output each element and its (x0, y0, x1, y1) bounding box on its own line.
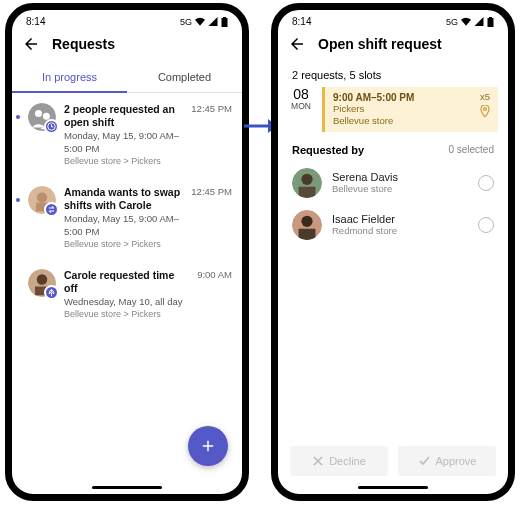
request-item[interactable]: 2 people requested an open shift Monday,… (12, 93, 242, 176)
plus-icon (199, 437, 217, 455)
close-icon (312, 455, 324, 467)
svg-rect-0 (222, 18, 228, 27)
request-time: 12:45 PM (191, 186, 232, 249)
home-indicator (92, 486, 162, 489)
clock-badge-icon (44, 119, 59, 134)
header: Open shift request (278, 29, 508, 63)
avatar (28, 186, 56, 214)
shift-team: Pickers (333, 103, 490, 115)
svg-rect-18 (299, 187, 316, 198)
person-name: Isaac Fielder (332, 213, 468, 225)
wifi-icon (195, 17, 205, 26)
svg-point-17 (301, 173, 312, 184)
tab-in-progress[interactable]: In progress (12, 63, 127, 92)
selected-count: 0 selected (448, 144, 494, 156)
request-item[interactable]: Amanda wants to swap shifts with Carole … (12, 176, 242, 259)
svg-point-7 (37, 192, 48, 203)
requested-by-label: Requested by (292, 144, 364, 156)
request-meta: Bellevue store > Pickers (64, 239, 183, 249)
wifi-icon (461, 17, 471, 26)
person-store: Bellevue store (332, 183, 468, 194)
status-icons: 5G (180, 17, 228, 27)
requested-by-header: Requested by 0 selected (278, 142, 508, 162)
svg-rect-1 (223, 17, 226, 19)
request-subtitle: Monday, May 15, 9:00 AM–5:00 PM (64, 130, 183, 155)
request-title: Amanda wants to swap shifts with Carole (64, 186, 183, 212)
status-icons: 5G (446, 17, 494, 27)
shift-date: 08 MON (288, 87, 314, 132)
avatar (28, 269, 56, 297)
phone-open-shift-request: 8:14 5G Open shift request 2 requests, 5… (271, 3, 515, 501)
tabs: In progress Completed (12, 63, 242, 93)
battery-icon (221, 17, 228, 27)
approve-button[interactable]: Approve (398, 446, 496, 476)
request-list: 2 people requested an open shift Monday,… (12, 93, 242, 329)
select-radio[interactable] (478, 175, 494, 191)
request-time: 12:45 PM (191, 103, 232, 166)
avatar (28, 103, 56, 131)
signal-icon (208, 17, 218, 26)
shift-card[interactable]: 9:00 AM–5:00 PM Pickers Bellevue store x… (322, 87, 498, 132)
request-meta: Bellevue store > Pickers (64, 309, 189, 319)
home-indicator (358, 486, 428, 489)
shift-time: 9:00 AM–5:00 PM (333, 92, 490, 103)
header: Requests (12, 29, 242, 63)
fab-add-button[interactable] (188, 426, 228, 466)
svg-rect-21 (299, 229, 316, 240)
back-icon[interactable] (22, 35, 40, 53)
svg-rect-14 (489, 17, 492, 19)
page-title: Open shift request (318, 36, 442, 52)
battery-icon (487, 17, 494, 27)
unread-dot (16, 281, 20, 285)
requester-row[interactable]: Serena Davis Bellevue store (278, 162, 508, 204)
decline-button[interactable]: Decline (290, 446, 388, 476)
shift-row: 08 MON 9:00 AM–5:00 PM Pickers Bellevue … (288, 87, 498, 132)
status-bar: 8:14 5G (12, 10, 242, 29)
request-subtitle: Monday, May 15, 9:00 AM–5:00 PM (64, 213, 183, 238)
unread-dot (16, 198, 20, 202)
status-bar: 8:14 5G (278, 10, 508, 29)
back-icon[interactable] (288, 35, 306, 53)
shift-location: Bellevue store (333, 115, 490, 127)
request-title: Carole requested time off (64, 269, 189, 295)
svg-point-20 (301, 215, 312, 226)
signal-icon (474, 17, 484, 26)
phone-requests-list: 8:14 5G Requests In progress Completed 2… (5, 3, 249, 501)
request-item[interactable]: Carole requested time off Wednesday, May… (12, 259, 242, 330)
avatar (292, 168, 322, 198)
svg-point-3 (35, 110, 42, 117)
location-pin-icon (480, 105, 490, 119)
page-title: Requests (52, 36, 115, 52)
check-icon (418, 455, 431, 467)
person-name: Serena Davis (332, 171, 468, 183)
person-store: Redmond store (332, 225, 468, 236)
avatar (292, 210, 322, 240)
status-time: 8:14 (292, 16, 311, 27)
svg-point-10 (37, 274, 48, 285)
action-bar: Decline Approve (290, 446, 496, 476)
request-subtitle: Wednesday, May 10, all day (64, 296, 189, 308)
request-meta: Bellevue store > Pickers (64, 156, 183, 166)
unread-dot (16, 115, 20, 119)
select-radio[interactable] (478, 217, 494, 233)
tab-completed[interactable]: Completed (127, 63, 242, 92)
swap-badge-icon (44, 202, 59, 217)
request-time: 9:00 AM (197, 269, 232, 320)
timeoff-badge-icon (44, 285, 59, 300)
requests-summary: 2 requests, 5 slots (278, 63, 508, 85)
svg-point-15 (484, 108, 487, 111)
requester-row[interactable]: Isaac Fielder Redmond store (278, 204, 508, 246)
request-title: 2 people requested an open shift (64, 103, 183, 129)
status-time: 8:14 (26, 16, 45, 27)
svg-rect-13 (488, 18, 494, 27)
shift-slot-count: x5 (480, 91, 490, 102)
